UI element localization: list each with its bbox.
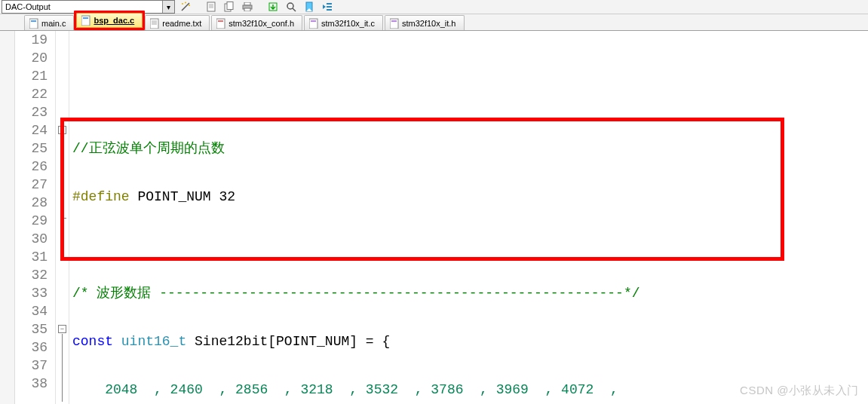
line-number: 30 <box>15 230 48 248</box>
tab-stm32-conf-h[interactable]: stm32f10x_conf.h <box>211 15 302 30</box>
page-icon[interactable] <box>204 0 219 14</box>
tab-bar: main.c bsp_dac.c readme.txt stm32f10x_co… <box>0 14 868 31</box>
svg-rect-33 <box>311 20 316 22</box>
line-number: 38 <box>15 375 48 393</box>
tab-stm32-it-c[interactable]: stm32f10x_it.c <box>304 15 383 30</box>
line-number: 19 <box>15 31 48 49</box>
tab-label: stm32f10x_conf.h <box>229 19 294 28</box>
line-number: 24 <box>15 121 48 139</box>
tab-readme-txt[interactable]: readme.txt <box>145 15 210 30</box>
editor[interactable]: 19 20 21 22 23 24 25 26 27 28 29 30 31 3… <box>0 31 868 404</box>
svg-point-1 <box>182 3 183 5</box>
svg-rect-10 <box>244 2 250 5</box>
svg-rect-22 <box>29 19 38 29</box>
code-line: 2048 , 2460 , 2856 , 3218 , 3532 , 3786 … <box>72 381 868 399</box>
file-icon <box>216 18 225 29</box>
line-number-gutter: 19 20 21 22 23 24 25 26 27 28 29 30 31 3… <box>15 31 56 404</box>
search-icon[interactable] <box>284 0 299 14</box>
code-line <box>72 236 868 254</box>
fold-guide <box>62 334 63 402</box>
fold-toggle-icon[interactable]: − <box>58 126 66 134</box>
line-number: 20 <box>15 49 48 67</box>
code-line <box>72 91 868 109</box>
file-icon <box>29 18 38 29</box>
tab-label: bsp_dac.c <box>94 16 134 25</box>
svg-rect-34 <box>390 19 398 29</box>
svg-point-14 <box>287 3 293 9</box>
tab-label: readme.txt <box>162 19 201 28</box>
line-number: 37 <box>15 357 48 375</box>
svg-rect-32 <box>309 19 317 29</box>
svg-point-2 <box>185 2 186 4</box>
line-number: 27 <box>15 176 48 194</box>
download-icon[interactable] <box>265 0 281 14</box>
svg-rect-31 <box>218 20 223 22</box>
code-area[interactable]: //正弦波单个周期的点数 #define POINT_NUM 32 /* 波形数… <box>69 31 868 404</box>
file-icon <box>390 18 399 29</box>
line-number: 31 <box>15 248 48 266</box>
code-line: //正弦波单个周期的点数 <box>72 139 868 158</box>
svg-rect-23 <box>31 20 36 22</box>
bookmark-icon[interactable] <box>302 0 317 14</box>
tab-stm32-it-h[interactable]: stm32f10x_it.h <box>385 15 465 30</box>
line-number: 23 <box>15 103 48 121</box>
svg-rect-25 <box>83 17 88 19</box>
outdent-icon[interactable] <box>320 0 335 14</box>
wand-icon[interactable] <box>178 0 193 14</box>
breakpoint-margin[interactable] <box>0 31 15 404</box>
fold-end <box>62 218 66 219</box>
fold-guide <box>62 135 63 218</box>
tab-label: stm32f10x_it.h <box>402 19 456 28</box>
code-line: #define POINT_NUM 32 <box>72 188 868 206</box>
fold-gutter[interactable]: − − <box>56 31 69 404</box>
svg-line-15 <box>293 8 296 11</box>
tab-main-c[interactable]: main.c <box>24 15 74 30</box>
line-number: 22 <box>15 85 48 103</box>
tab-highlight: bsp_dac.c <box>74 11 145 30</box>
line-number: 28 <box>15 194 48 212</box>
line-number: 36 <box>15 338 48 357</box>
svg-rect-12 <box>244 8 250 11</box>
line-number: 25 <box>15 139 48 158</box>
code-line: /* 波形数据 --------------------------------… <box>72 284 868 302</box>
file-icon <box>309 18 318 29</box>
line-number: 21 <box>15 67 48 85</box>
fold-toggle-icon[interactable]: − <box>58 325 66 333</box>
line-number: 29 <box>15 212 48 230</box>
tab-bsp-dac-c[interactable]: bsp_dac.c <box>76 13 143 28</box>
svg-rect-35 <box>391 20 397 22</box>
svg-rect-9 <box>227 2 233 10</box>
file-icon <box>81 15 90 26</box>
svg-point-3 <box>189 5 190 6</box>
svg-rect-4 <box>207 2 215 11</box>
copy-icon[interactable] <box>222 0 237 14</box>
svg-marker-21 <box>323 5 326 9</box>
line-number: 34 <box>15 302 48 320</box>
ide-root: DAC-Output ▾ ma <box>0 0 868 404</box>
line-number: 35 <box>15 320 48 338</box>
svg-rect-30 <box>216 19 225 29</box>
code-line: const uint16_t Sine12bit[POINT_NUM] = { <box>72 332 868 350</box>
dropdown-icon[interactable]: ▾ <box>162 1 174 13</box>
svg-rect-24 <box>81 16 90 26</box>
line-number: 26 <box>15 158 48 176</box>
tab-label: main.c <box>41 19 66 28</box>
tab-label: stm32f10x_it.c <box>321 19 375 28</box>
file-icon <box>150 18 159 29</box>
print-icon[interactable] <box>240 0 255 14</box>
line-number: 32 <box>15 266 48 284</box>
line-number: 33 <box>15 284 48 302</box>
